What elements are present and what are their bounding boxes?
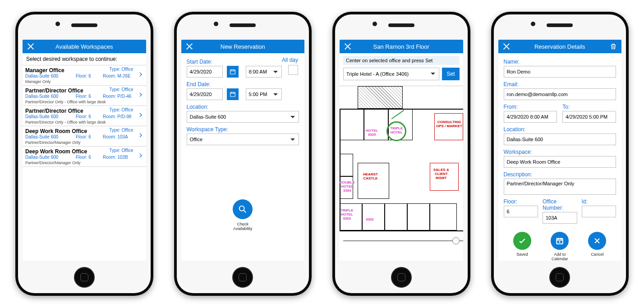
add-to-calendar-label: Add to Calendar (552, 252, 568, 261)
cancel-button[interactable] (588, 232, 606, 250)
workspace-floor: Floor: 6 (76, 94, 91, 99)
calendar-icon[interactable] (227, 88, 239, 100)
workspace-row[interactable]: Deep Work Room Office Type: Office Dalla… (23, 126, 146, 147)
workspace-row[interactable]: Deep Work Room Office Type: Office Dalla… (23, 147, 146, 167)
camera-dot (531, 22, 535, 26)
to-field[interactable]: 4/29/2020 5:00 PM (562, 111, 616, 123)
ios-status-bar (498, 32, 622, 40)
check-icon (518, 236, 527, 245)
chevron-right-icon (137, 132, 144, 141)
appbar: San Ramon 3rd Floor (340, 40, 463, 53)
workspace-location: Dallas-Suite 600 (25, 94, 58, 99)
saved-label: Saved (516, 252, 528, 257)
camera-dot (373, 22, 377, 26)
ios-status-bar (340, 32, 463, 40)
chevron-right-icon (137, 152, 144, 161)
home-button[interactable] (232, 267, 253, 288)
appbar: Reservation Details (498, 40, 622, 53)
description-field[interactable]: Partner/Director/Manager Only (504, 179, 616, 195)
chevron-right-icon (137, 71, 144, 80)
add-to-calendar-button[interactable] (551, 232, 569, 250)
office-select[interactable]: Triple Hotel - A (Office 3406) (343, 68, 439, 80)
svg-rect-1 (230, 92, 235, 97)
workspace-type-label: Workspace Type: (187, 126, 299, 133)
svg-point-2 (239, 206, 244, 211)
location-label: Location: (504, 126, 616, 133)
workspace-floor: Floor: 6 (76, 134, 91, 139)
ios-status-bar (23, 32, 146, 40)
workspace-row[interactable]: Manager Office Type: Office Dallas-Suite… (23, 65, 146, 86)
id-field[interactable] (582, 206, 616, 217)
set-button[interactable]: Set (442, 68, 459, 80)
subheader: Select desired workspace to continue: (23, 53, 146, 65)
page-title: San Ramon 3rd Floor (340, 43, 463, 50)
name-field[interactable]: Ron Demo (504, 66, 616, 78)
workspace-desc: Partner/Director/Manager Only (25, 140, 143, 145)
id-label: Id: (582, 198, 616, 205)
earpiece (388, 23, 414, 27)
workspace-type: Type: Office (109, 87, 133, 92)
search-icon (238, 204, 248, 214)
office-number-label: Office Number: (543, 198, 577, 211)
email-field[interactable]: ron.demo@demoamllp.com (504, 88, 616, 100)
workspace-row[interactable]: Partner/Director Office Type: Office Dal… (23, 106, 146, 126)
phone-new-reservation: New Reservation Start Date: All day 4/29… (174, 12, 312, 296)
workspace-desc: Partner/Director Only - Office with larg… (25, 120, 143, 124)
chevron-right-icon (137, 91, 144, 100)
cancel-label: Cancel (591, 252, 603, 257)
slider-thumb-icon[interactable] (452, 237, 460, 244)
workspace-type: Type: Office (109, 67, 133, 72)
phone-available-workspaces: Available Workspaces Select desired work… (15, 12, 153, 296)
selection-highlight-icon (386, 121, 406, 141)
home-button[interactable] (74, 267, 95, 288)
to-label: To: (562, 104, 616, 110)
calendar-icon[interactable] (227, 66, 239, 78)
room-label: HEARST CASTLE (363, 173, 378, 181)
floor-field[interactable]: 6 (504, 206, 538, 217)
all-day-checkbox[interactable] (288, 65, 298, 75)
from-label: From: (504, 104, 557, 110)
end-date-field[interactable]: 4/29/2020 (187, 88, 223, 100)
earpiece (547, 23, 573, 27)
home-button[interactable] (391, 267, 412, 288)
workspace-type: Type: Office (109, 148, 133, 153)
room-label: 3302 (366, 218, 374, 222)
workspace-room: Room: P/D-46 (103, 94, 131, 99)
name-label: Name: (504, 59, 616, 65)
location-select[interactable]: Dallas-Suite 600 (187, 111, 299, 123)
floorplan-hint: Center on selected office and press Set (343, 56, 460, 65)
workspace-field[interactable]: Deep Work Room Office (504, 156, 616, 168)
workspace-room: Room: 103A (103, 134, 128, 139)
room-label: DOUBLE HOTEL 3304 (340, 181, 355, 193)
start-date-field[interactable]: 4/29/2020 (187, 66, 223, 78)
workspace-type-select[interactable]: Office (187, 133, 299, 145)
page-title: Reservation Details (498, 43, 622, 50)
home-button[interactable] (549, 267, 570, 288)
workspace-location: Dallas-Suite 600 (25, 74, 58, 78)
zoom-slider[interactable] (343, 236, 460, 245)
check-availability-button[interactable] (233, 199, 253, 219)
camera-dot (55, 22, 60, 26)
check-availability-label: Check Availability (187, 222, 299, 231)
room-label: TRIPLE HOTEL 3303 (340, 209, 353, 221)
workspace-location: Dallas-Suite 600 (25, 155, 58, 160)
location-field[interactable]: Dallas-Suite 600 (504, 133, 616, 145)
end-time-select[interactable]: 5:00 PM (246, 88, 282, 100)
delete-button[interactable] (608, 40, 619, 53)
camera-dot (214, 22, 218, 26)
start-time-select[interactable]: 8:00 AM (246, 66, 282, 78)
all-day-label: All day (282, 57, 298, 63)
floor-label: Floor: (504, 198, 538, 205)
workspace-room: Room: P/D-98 (103, 114, 131, 119)
chevron-right-icon (137, 111, 144, 120)
trash-icon (610, 43, 617, 50)
floor-plan-canvas[interactable]: HOTEL 3305 TRIPLE HOTEL CONSULTING OPS /… (340, 86, 463, 248)
room-label: HOTEL 3305 (366, 129, 378, 137)
ios-status-bar (181, 32, 305, 40)
from-field[interactable]: 4/29/2020 8:00 AM (504, 111, 557, 123)
workspace-row[interactable]: Partner/Director Office Type: Office Dal… (23, 86, 146, 106)
svg-rect-0 (230, 70, 235, 74)
office-number-field[interactable]: 103A (543, 212, 577, 224)
saved-button[interactable] (513, 232, 531, 250)
end-date-label: End Date: (187, 81, 299, 87)
